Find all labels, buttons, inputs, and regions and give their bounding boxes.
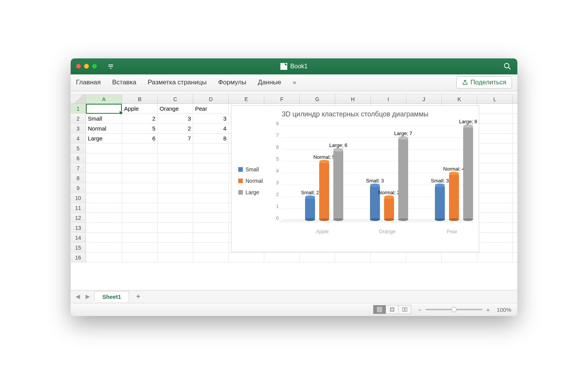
cell-L12[interactable]: [477, 213, 513, 222]
cell-L5[interactable]: [477, 143, 513, 153]
cell-A10[interactable]: [86, 193, 122, 203]
bar[interactable]: Normal; 5: [319, 161, 329, 220]
cell-A3[interactable]: Normal: [86, 124, 122, 133]
cell-C15[interactable]: [158, 243, 193, 252]
tab-formulas[interactable]: Формулы: [218, 79, 246, 86]
sheet-next-button[interactable]: ▶: [84, 293, 91, 300]
cell-L15[interactable]: [477, 243, 513, 252]
cell-K16[interactable]: [442, 253, 477, 262]
column-header-H[interactable]: H: [335, 95, 371, 103]
cell-D7[interactable]: [193, 163, 229, 173]
cell-C1[interactable]: Orange: [158, 104, 193, 113]
cell-D6[interactable]: [193, 153, 229, 163]
view-page-break-button[interactable]: [398, 305, 411, 314]
sheet-prev-button[interactable]: ◀: [74, 293, 81, 300]
cell-F16[interactable]: [264, 253, 300, 262]
maximize-window-button[interactable]: [92, 64, 97, 69]
cell-D8[interactable]: [193, 173, 229, 183]
share-button[interactable]: Поделиться: [456, 76, 512, 89]
cell-D11[interactable]: [193, 203, 229, 213]
cell-A4[interactable]: Large: [86, 134, 122, 143]
column-header-D[interactable]: D: [193, 95, 229, 103]
cell-E16[interactable]: [229, 253, 264, 262]
cell-L9[interactable]: [477, 183, 513, 193]
minimize-window-button[interactable]: [84, 64, 89, 69]
row-header-1[interactable]: 1: [71, 104, 86, 113]
column-header-C[interactable]: C: [158, 95, 193, 103]
view-normal-button[interactable]: [373, 305, 386, 314]
tabs-overflow-button[interactable]: »: [293, 79, 296, 86]
tab-data[interactable]: Данные: [258, 79, 281, 86]
cell-C6[interactable]: [158, 153, 193, 163]
cell-A14[interactable]: [86, 233, 122, 242]
cell-C7[interactable]: [158, 163, 193, 173]
quick-access-toolbar[interactable]: [108, 63, 114, 69]
view-page-layout-button[interactable]: [386, 305, 399, 314]
close-window-button[interactable]: [76, 64, 81, 69]
column-header-A[interactable]: A: [86, 95, 122, 103]
cell-D5[interactable]: [193, 143, 229, 153]
row-header-16[interactable]: 16: [71, 253, 86, 262]
column-header-B[interactable]: B: [122, 95, 158, 103]
zoom-level[interactable]: 100%: [497, 306, 511, 313]
column-header-E[interactable]: E: [229, 95, 264, 103]
cell-D15[interactable]: [193, 243, 229, 252]
cell-C9[interactable]: [158, 183, 193, 193]
row-header-4[interactable]: 4: [71, 134, 86, 143]
cell-B14[interactable]: [122, 233, 158, 242]
cell-C8[interactable]: [158, 173, 193, 183]
cell-A9[interactable]: [86, 183, 122, 193]
cell-C13[interactable]: [158, 223, 193, 232]
cell-A7[interactable]: [86, 163, 122, 173]
cell-D14[interactable]: [193, 233, 229, 242]
cell-C5[interactable]: [158, 143, 193, 153]
cell-H16[interactable]: [335, 253, 371, 262]
cell-C10[interactable]: [158, 193, 193, 203]
cell-L1[interactable]: [477, 104, 513, 113]
cell-L11[interactable]: [477, 203, 513, 213]
column-header-L[interactable]: L: [477, 95, 513, 103]
bar[interactable]: Small; 3: [435, 185, 445, 220]
row-header-9[interactable]: 9: [71, 183, 86, 193]
tab-page-layout[interactable]: Разметка страницы: [148, 79, 207, 86]
row-header-5[interactable]: 5: [71, 143, 86, 153]
bar[interactable]: Normal; 4: [449, 173, 459, 220]
column-header-G[interactable]: G: [300, 95, 335, 103]
row-header-12[interactable]: 12: [71, 213, 86, 222]
row-header-10[interactable]: 10: [71, 193, 86, 203]
cell-D12[interactable]: [193, 213, 229, 222]
cell-C3[interactable]: 2: [158, 124, 193, 133]
chart-object[interactable]: 3D цилиндр кластерных столбцов диаграммы…: [231, 105, 479, 252]
search-button[interactable]: [504, 63, 511, 70]
cell-C2[interactable]: 3: [158, 114, 193, 123]
cell-C12[interactable]: [158, 213, 193, 222]
cell-L14[interactable]: [477, 233, 513, 242]
column-header-K[interactable]: K: [442, 95, 477, 103]
bar[interactable]: Large; 8: [463, 126, 473, 220]
cell-L3[interactable]: [477, 124, 513, 133]
cell-C16[interactable]: [158, 253, 193, 262]
cell-D13[interactable]: [193, 223, 229, 232]
cell-D1[interactable]: Pear: [193, 104, 229, 113]
cell-A8[interactable]: [86, 173, 122, 183]
cell-C11[interactable]: [158, 203, 193, 213]
cell-D2[interactable]: 3: [193, 114, 229, 123]
cell-L8[interactable]: [477, 173, 513, 183]
cell-A12[interactable]: [86, 213, 122, 222]
cell-G16[interactable]: [300, 253, 335, 262]
cell-B11[interactable]: [122, 203, 158, 213]
cell-B3[interactable]: 5: [122, 124, 158, 133]
column-header-J[interactable]: J: [406, 95, 442, 103]
cell-J16[interactable]: [406, 253, 442, 262]
bar[interactable]: Normal; 2: [384, 197, 394, 220]
cell-B12[interactable]: [122, 213, 158, 222]
tab-home[interactable]: Главная: [76, 79, 101, 86]
row-header-6[interactable]: 6: [71, 153, 86, 163]
zoom-thumb[interactable]: [451, 307, 457, 312]
cell-B8[interactable]: [122, 173, 158, 183]
cell-A15[interactable]: [86, 243, 122, 252]
row-header-14[interactable]: 14: [71, 233, 86, 242]
cell-A13[interactable]: [86, 223, 122, 232]
cell-C4[interactable]: 7: [158, 134, 193, 143]
cell-A6[interactable]: [86, 153, 122, 163]
